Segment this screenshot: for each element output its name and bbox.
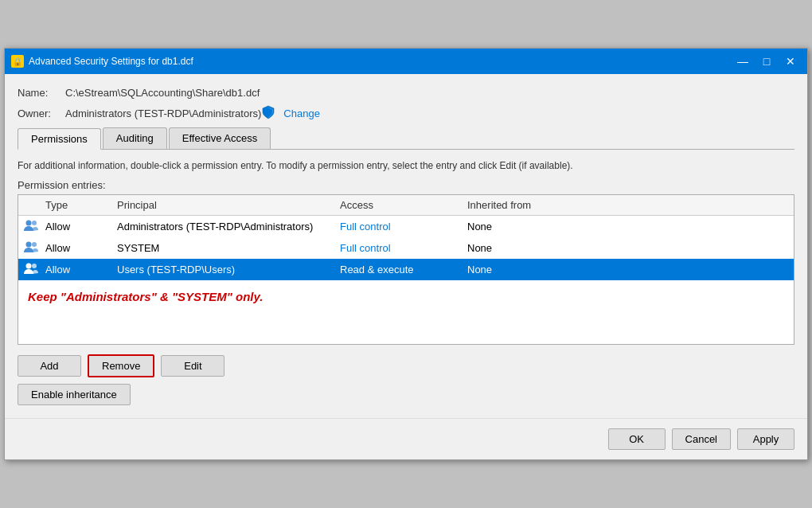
- bottom-buttons: OK Cancel Apply: [5, 418, 807, 459]
- table-row[interactable]: Allow SYSTEM Full control None: [18, 237, 794, 259]
- main-window: 🔒 Advanced Security Settings for db1.dcf…: [4, 48, 808, 460]
- row-icon: [18, 239, 41, 257]
- row-icon: [18, 217, 41, 236]
- tab-bar: Permissions Auditing Effective Access: [18, 127, 794, 150]
- svg-point-2: [26, 241, 32, 247]
- col-inherited: Inherited from: [463, 197, 794, 213]
- shield-icon: [261, 105, 277, 121]
- table-row[interactable]: Allow Administrators (TEST-RDP\Administr…: [18, 216, 794, 237]
- table-header: Type Principal Access Inherited from: [18, 195, 794, 216]
- name-field-row: Name: C:\eStream\SQLAccounting\Share\db1…: [18, 87, 794, 99]
- window-controls: — □ ✕: [732, 53, 801, 69]
- table-row-selected[interactable]: Allow Users (TEST-RDP\Users) Read & exec…: [18, 259, 794, 280]
- cancel-button[interactable]: Cancel: [672, 428, 731, 450]
- add-button[interactable]: Add: [18, 355, 81, 377]
- dialog-content: Name: C:\eStream\SQLAccounting\Share\db1…: [5, 74, 807, 418]
- svg-point-0: [26, 220, 32, 225]
- change-owner-link[interactable]: Change: [283, 107, 320, 119]
- row-access: Full control: [335, 219, 463, 234]
- window-title: Advanced Security Settings for db1.dcf: [29, 56, 732, 67]
- col-icon: [18, 197, 41, 213]
- row-type: Allow: [41, 219, 112, 234]
- remove-button[interactable]: Remove: [88, 354, 154, 377]
- window-icon: 🔒: [11, 55, 24, 68]
- col-access: Access: [335, 197, 463, 213]
- annotation-text: Keep "Administrators" & "SYSTEM" only.: [28, 290, 263, 303]
- tab-effective-access[interactable]: Effective Access: [169, 127, 271, 149]
- edit-button[interactable]: Edit: [161, 355, 224, 377]
- row-access: Full control: [335, 240, 463, 256]
- section-label: Permission entries:: [18, 179, 794, 191]
- svg-point-3: [32, 242, 37, 247]
- name-value: C:\eStream\SQLAccounting\Share\db1.dcf: [65, 87, 260, 99]
- col-principal: Principal: [112, 197, 335, 213]
- apply-button[interactable]: Apply: [737, 428, 794, 450]
- svg-point-1: [32, 221, 37, 225]
- row-principal: Administrators (TEST-RDP\Administrators): [112, 219, 335, 234]
- tab-auditing[interactable]: Auditing: [103, 127, 167, 149]
- access-link[interactable]: Full control: [340, 242, 391, 254]
- ok-button[interactable]: OK: [608, 428, 666, 450]
- row-icon: [18, 260, 41, 279]
- row-inherited: None: [463, 262, 794, 277]
- name-label: Name:: [18, 87, 65, 99]
- title-bar: 🔒 Advanced Security Settings for db1.dcf…: [5, 49, 807, 74]
- annotation-box: Keep "Administrators" & "SYSTEM" only.: [18, 280, 794, 344]
- row-type: Allow: [41, 262, 112, 277]
- col-type: Type: [41, 197, 112, 213]
- close-button[interactable]: ✕: [780, 53, 801, 69]
- minimize-button[interactable]: —: [732, 53, 753, 69]
- tab-permissions[interactable]: Permissions: [18, 128, 101, 150]
- inheritance-row: Enable inheritance: [18, 377, 794, 405]
- access-link[interactable]: Full control: [340, 221, 391, 233]
- row-principal: Users (TEST-RDP\Users): [112, 262, 335, 277]
- row-inherited: None: [463, 240, 794, 256]
- enable-inheritance-button[interactable]: Enable inheritance: [18, 384, 131, 405]
- svg-point-5: [32, 264, 37, 268]
- action-buttons: Add Remove Edit: [18, 354, 794, 377]
- row-type: Allow: [41, 240, 112, 256]
- owner-label: Owner:: [18, 107, 65, 119]
- row-access: Read & execute: [335, 262, 463, 277]
- owner-value: Administrators (TEST-RDP\Administrators): [65, 107, 261, 119]
- row-inherited: None: [463, 219, 794, 234]
- permission-table: Type Principal Access Inherited from All…: [18, 194, 794, 345]
- info-text: For additional information, double-click…: [18, 159, 794, 173]
- maximize-button[interactable]: □: [756, 53, 777, 69]
- row-principal: SYSTEM: [112, 240, 335, 256]
- svg-point-4: [26, 263, 32, 268]
- owner-field-row: Owner: Administrators (TEST-RDP\Administ…: [18, 105, 794, 121]
